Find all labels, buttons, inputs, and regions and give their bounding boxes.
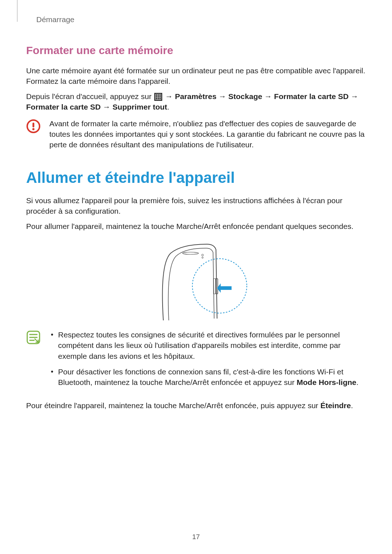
warning-icon [26,119,41,134]
breadcrumb: Démarrage [36,15,366,24]
arrow-icon: → [264,92,272,100]
path-parametres: Paramètres [175,92,216,100]
power-off-suffix: . [351,401,353,410]
svg-point-5 [202,257,203,258]
paragraph-format-path: Depuis l'écran d'accueil, appuyez sur → … [26,91,366,112]
note-item-2: Pour désactiver les fonctions de connexi… [49,366,366,388]
arrow-icon: → [219,92,226,100]
arrow-icon: → [165,92,173,100]
svg-point-4 [202,254,204,256]
mode-hors-ligne-label: Mode Hors-ligne [297,378,356,386]
paragraph-first-boot: Si vous allumez l'appareil pour la premi… [26,195,366,217]
svg-point-2 [32,128,34,130]
eteindre-label: Éteindre [320,401,351,410]
path-prefix-text: Depuis l'écran d'accueil, appuyez sur [26,92,154,100]
power-off-prefix: Pour éteindre l'appareil, maintenez la t… [26,401,320,410]
paragraph-power-off: Pour éteindre l'appareil, maintenez la t… [26,400,366,411]
section-title-format-card: Formater une carte mémoire [26,44,366,57]
note-callout: Respectez toutes les consignes de sécuri… [26,329,366,393]
path-supprimer-tout: Supprimer tout [113,103,167,111]
apps-grid-icon [154,93,162,101]
device-illustration [26,242,366,322]
paragraph-format-intro: Une carte mémoire ayant été formatée sur… [26,65,366,87]
page-content: Démarrage Formater une carte mémoire Une… [0,0,392,411]
page-number: 17 [0,533,392,541]
note-item-2-suffix: . [356,378,359,386]
arrow-icon: → [103,103,110,111]
path-stockage: Stockage [228,92,262,100]
svg-point-3 [183,252,199,254]
svg-rect-1 [33,123,34,127]
warning-callout: Avant de formater la carte mémoire, n'ou… [26,118,366,150]
main-heading-power: Allumer et éteindre l'appareil [26,169,366,186]
warning-text: Avant de formater la carte mémoire, n'ou… [49,118,366,150]
path-formater-sd-2: Formater la carte SD [26,103,101,111]
svg-marker-9 [217,283,232,293]
page-left-rule [17,0,17,22]
note-item-1: Respectez toutes les consignes de sécuri… [49,329,366,361]
paragraph-power-on: Pour allumer l'appareil, maintenez la to… [26,221,366,231]
note-text: Respectez toutes les consignes de sécuri… [49,329,366,393]
note-icon [26,330,41,345]
path-formater-sd-1: Formater la carte SD [274,92,348,100]
arrow-icon: → [351,92,358,100]
